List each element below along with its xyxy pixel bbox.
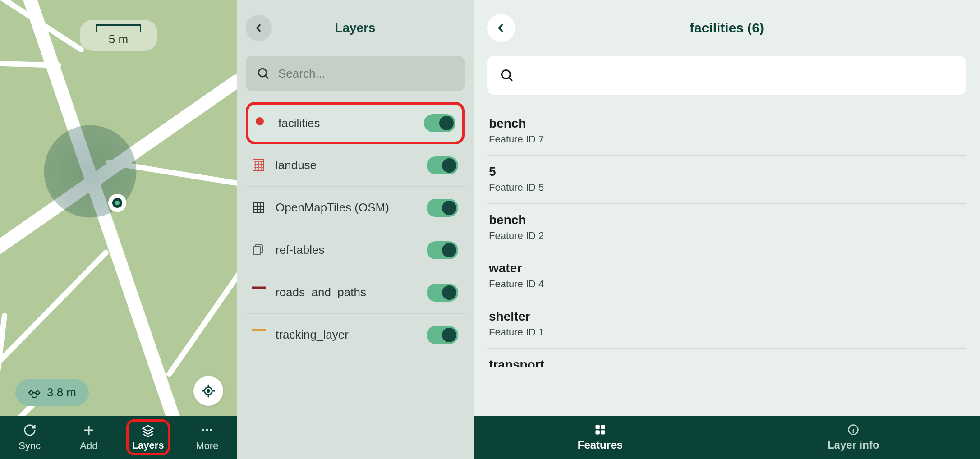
line-orange-icon — [252, 328, 266, 342]
feature-subtitle: Feature ID 1 — [489, 326, 965, 338]
layer-name: facilities — [278, 116, 414, 130]
layer-row-roads_and_paths[interactable]: roads_and_paths — [246, 271, 465, 314]
tab-add-label: Add — [80, 440, 97, 452]
layers-title: Layers — [237, 21, 474, 35]
hatch-red-icon — [252, 159, 266, 172]
chevron-left-icon — [253, 22, 265, 34]
recenter-button[interactable] — [193, 376, 223, 406]
svg-point-9 — [256, 117, 264, 125]
search-icon — [257, 67, 270, 80]
grid-icon — [594, 423, 607, 436]
circle-red-icon — [255, 116, 268, 130]
map-scale-label: 5 m — [96, 32, 141, 46]
feature-row[interactable]: transport — [487, 349, 966, 367]
gps-distance-label: 3.8 m — [47, 386, 76, 399]
layer-toggle[interactable] — [424, 114, 455, 132]
layer-name: landuse — [276, 158, 417, 172]
info-icon — [847, 423, 860, 436]
layer-toggle[interactable] — [427, 156, 458, 174]
svg-point-6 — [206, 429, 208, 431]
feature-row[interactable]: 5Feature ID 5 — [487, 156, 966, 204]
sync-icon — [23, 423, 37, 437]
features-back-button[interactable] — [487, 14, 515, 42]
gps-distance-pill[interactable]: 3.8 m — [15, 379, 89, 406]
layer-toggle[interactable] — [427, 284, 458, 302]
gps-location-dot — [108, 194, 126, 212]
features-panel: facilities (6) benchFeature ID 75Feature… — [474, 0, 980, 459]
svg-rect-17 — [253, 202, 263, 212]
tab-more[interactable]: More — [178, 416, 237, 459]
tab-layer-info[interactable]: Layer info — [727, 416, 980, 459]
svg-point-4 — [207, 390, 210, 392]
tab-features[interactable]: Features — [474, 416, 727, 459]
tab-layers-label: Layers — [132, 440, 164, 451]
layers-list: facilitieslanduseOpenMapTiles (OSM)ref-t… — [237, 102, 474, 356]
svg-point-5 — [202, 429, 204, 431]
layers-search[interactable] — [246, 56, 465, 91]
feature-title: transport — [489, 358, 965, 367]
features-tab-bar: Features Layer info — [474, 416, 980, 459]
svg-rect-1 — [29, 390, 33, 395]
line-darkred-icon — [252, 286, 266, 299]
feature-title: shelter — [489, 309, 965, 324]
feature-row[interactable]: shelterFeature ID 1 — [487, 300, 966, 349]
tab-more-label: More — [196, 440, 218, 452]
map-panel: 5 m 3.8 m Sync — [0, 0, 237, 459]
more-icon — [200, 423, 214, 437]
layer-name: OpenMapTiles (OSM) — [276, 201, 417, 215]
svg-rect-2 — [35, 390, 40, 395]
features-title: facilities (6) — [474, 20, 980, 36]
layer-name: tracking_layer — [276, 328, 417, 342]
layer-toggle[interactable] — [427, 326, 458, 344]
tab-layers[interactable]: Layers — [119, 416, 178, 459]
feature-row[interactable]: benchFeature ID 2 — [487, 204, 966, 252]
layers-header: Layers — [237, 0, 474, 56]
plus-icon — [82, 423, 96, 437]
map-scale: 5 m — [80, 20, 157, 51]
features-list: benchFeature ID 75Feature ID 5benchFeatu… — [487, 107, 966, 367]
feature-subtitle: Feature ID 2 — [489, 230, 965, 242]
features-search[interactable] — [487, 56, 966, 95]
crosshair-icon — [201, 383, 216, 399]
grid-icon — [252, 201, 266, 215]
feature-row[interactable]: benchFeature ID 7 — [487, 107, 966, 156]
features-search-input[interactable] — [523, 68, 954, 83]
svg-point-26 — [502, 70, 511, 79]
feature-subtitle: Feature ID 5 — [489, 182, 965, 193]
layers-panel: Layers facilitieslanduseOpenMapTiles (OS… — [237, 0, 474, 459]
layer-row-landuse[interactable]: landuse — [246, 144, 465, 187]
layer-row-tracking_layer[interactable]: tracking_layer — [246, 314, 465, 356]
layer-toggle[interactable] — [427, 241, 458, 259]
feature-title: water — [489, 261, 965, 275]
svg-rect-30 — [601, 430, 605, 434]
layers-icon — [141, 423, 155, 438]
tab-sync[interactable]: Sync — [0, 416, 59, 459]
svg-rect-29 — [595, 430, 599, 434]
search-icon — [500, 68, 514, 83]
svg-rect-23 — [253, 247, 261, 255]
svg-rect-28 — [601, 425, 605, 429]
features-header: facilities (6) — [474, 0, 980, 56]
feature-subtitle: Feature ID 4 — [489, 278, 965, 290]
map-tab-bar: Sync Add Layers More — [0, 416, 237, 459]
layer-row-openmaptiles-osm-[interactable]: OpenMapTiles (OSM) — [246, 187, 465, 229]
layers-search-input[interactable] — [278, 67, 454, 81]
tab-layer-info-label: Layer info — [828, 439, 879, 451]
feature-title: bench — [489, 116, 965, 131]
layer-row-facilities[interactable]: facilities — [246, 102, 465, 144]
layer-row-ref-tables[interactable]: ref-tables — [246, 229, 465, 271]
feature-title: bench — [489, 213, 965, 227]
layers-back-button[interactable] — [246, 15, 272, 41]
layer-toggle[interactable] — [427, 199, 458, 217]
feature-title: 5 — [489, 165, 965, 179]
chevron-left-icon — [495, 22, 507, 34]
svg-point-7 — [210, 429, 212, 431]
layer-name: roads_and_paths — [276, 285, 417, 299]
satellite-icon — [28, 386, 41, 399]
feature-subtitle: Feature ID 7 — [489, 133, 965, 145]
tab-add[interactable]: Add — [59, 416, 118, 459]
svg-rect-27 — [595, 425, 599, 429]
svg-point-8 — [258, 69, 267, 77]
feature-row[interactable]: waterFeature ID 4 — [487, 252, 966, 300]
tab-features-label: Features — [578, 439, 623, 451]
